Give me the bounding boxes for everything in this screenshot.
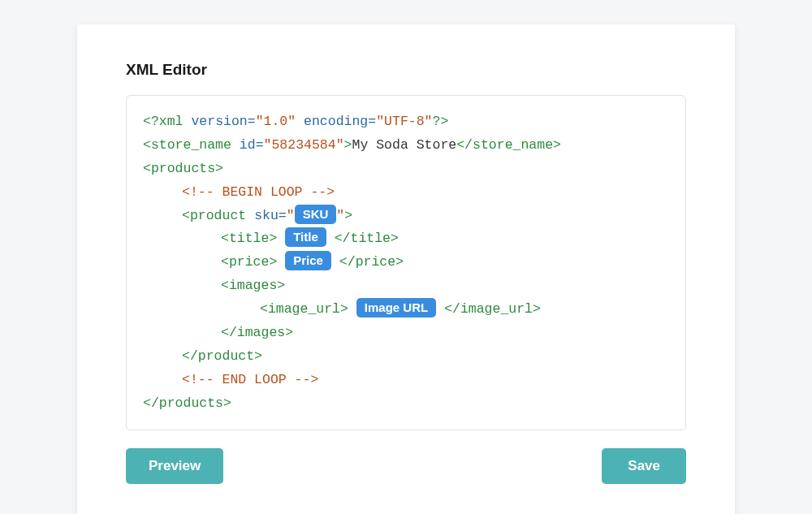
code-line: <store_name id="58234584">My Soda Store<…	[143, 134, 669, 158]
xml-code-editor[interactable]: <?xml version="1.0" encoding="UTF-8"?> <…	[126, 95, 686, 430]
code-line: <price> Price </price>	[143, 251, 669, 274]
code-line: <product sku="SKU">	[143, 205, 669, 228]
code-line: <!-- BEGIN LOOP -->	[143, 181, 669, 205]
code-line: </product>	[143, 345, 669, 369]
code-line: </images>	[143, 322, 669, 345]
variable-pill-image-url[interactable]: Image URL	[356, 298, 436, 317]
variable-pill-sku[interactable]: SKU	[295, 205, 337, 224]
variable-pill-title[interactable]: Title	[285, 227, 326, 247]
code-line: <!-- END LOOP -->	[143, 369, 669, 392]
panel-title: XML Editor	[126, 61, 686, 79]
code-line: <?xml version="1.0" encoding="UTF-8"?>	[143, 110, 669, 134]
preview-button[interactable]: Preview	[126, 448, 223, 484]
variable-pill-price[interactable]: Price	[285, 251, 331, 270]
save-button[interactable]: Save	[602, 448, 686, 484]
code-line: <products>	[143, 158, 669, 181]
code-line: <image_url> Image URL </image_url>	[143, 298, 669, 322]
code-line: <title> Title </title>	[143, 227, 669, 251]
code-line: </products>	[143, 392, 669, 416]
code-line: <images>	[143, 274, 669, 298]
button-row: Preview Save	[126, 448, 686, 484]
xml-editor-card: XML Editor <?xml version="1.0" encoding=…	[77, 24, 735, 514]
